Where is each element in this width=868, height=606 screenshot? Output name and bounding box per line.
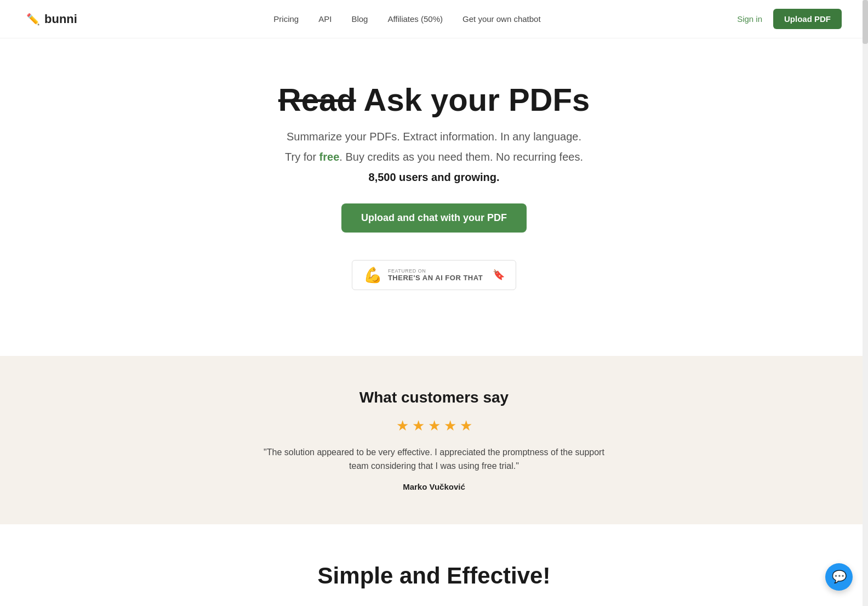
chat-bubble-button[interactable]: 💬	[825, 563, 853, 591]
sign-in-link[interactable]: Sign in	[737, 14, 762, 24]
star-5: ★	[460, 417, 472, 434]
features-section: Simple and Effective! ☁️ 🖼️	[0, 524, 868, 606]
hero-cta-button[interactable]: Upload and chat with your PDF	[341, 203, 527, 233]
testimonial-quote: "The solution appeared to be very effect…	[259, 445, 609, 473]
nav-pricing[interactable]: Pricing	[273, 14, 299, 24]
hero-subtitle2-suffix: . Buy credits as you need them. No recur…	[339, 151, 583, 163]
featured-name: THERE'S AN AI FOR THAT	[388, 274, 483, 282]
nav-affiliates[interactable]: Affiliates (50%)	[387, 14, 443, 24]
logo[interactable]: ✏️ bunni	[26, 12, 77, 26]
hero-users-count: 8,500 users and growing.	[11, 171, 857, 184]
hero-subtitle2-prefix: Try for	[285, 151, 319, 163]
nav-actions: Sign in Upload PDF	[737, 9, 842, 29]
chat-icon: 💬	[832, 570, 847, 584]
logo-icon: ✏️	[26, 13, 40, 26]
nav-links: Pricing API Blog Affiliates (50%) Get yo…	[273, 14, 540, 24]
star-2: ★	[412, 417, 425, 434]
testimonials-section: What customers say ★ ★ ★ ★ ★ "The soluti…	[0, 356, 868, 524]
features-title: Simple and Effective!	[26, 563, 842, 589]
star-4: ★	[444, 417, 456, 434]
navbar: ✏️ bunni Pricing API Blog Affiliates (50…	[0, 0, 868, 38]
scrollbar-thumb[interactable]	[863, 0, 868, 44]
nav-blog[interactable]: Blog	[351, 14, 368, 24]
star-1: ★	[396, 417, 409, 434]
testimonial-author: Marko Vučković	[11, 482, 857, 491]
hero-title-strikethrough: Read	[278, 82, 356, 117]
upload-pdf-nav-button[interactable]: Upload PDF	[773, 9, 842, 29]
nav-api[interactable]: API	[318, 14, 332, 24]
featured-bookmark-icon: 🔖	[493, 269, 505, 281]
hero-title-main: Ask your PDFs	[356, 82, 590, 117]
hero-free-text: free	[319, 151, 340, 163]
star-3: ★	[428, 417, 441, 434]
featured-muscle-icon: 💪	[363, 266, 382, 284]
stars-container: ★ ★ ★ ★ ★	[11, 417, 857, 434]
featured-badge: 💪 FEATURED ON THERE'S AN AI FOR THAT 🔖	[352, 260, 516, 290]
featured-badge-text: FEATURED ON THERE'S AN AI FOR THAT	[388, 268, 483, 282]
logo-text: bunni	[44, 12, 77, 26]
hero-section: Read Ask your PDFs Summarize your PDFs. …	[0, 38, 868, 356]
nav-chatbot[interactable]: Get your own chatbot	[462, 14, 541, 24]
scrollbar[interactable]	[863, 0, 868, 606]
hero-subtitle2: Try for free. Buy credits as you need th…	[11, 151, 857, 163]
hero-title: Read Ask your PDFs	[11, 82, 857, 117]
featured-on-label: FEATURED ON	[388, 268, 426, 274]
featured-section: 💪 FEATURED ON THERE'S AN AI FOR THAT 🔖	[11, 260, 857, 323]
hero-subtitle1: Summarize your PDFs. Extract information…	[11, 131, 857, 143]
testimonials-title: What customers say	[11, 389, 857, 406]
